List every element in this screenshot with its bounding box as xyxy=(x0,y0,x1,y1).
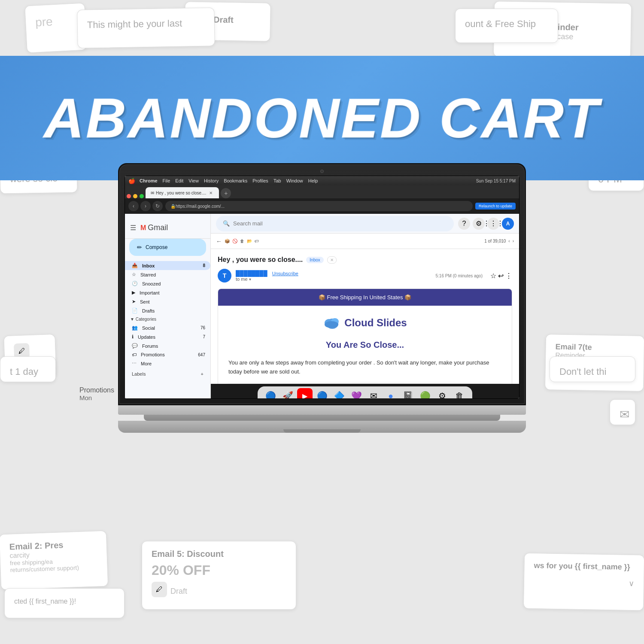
banner-title: ABANDONED CART xyxy=(44,86,600,150)
dock-trash[interactable]: 🗑 xyxy=(452,388,467,399)
apps-button[interactable]: ⋮⋮⋮ xyxy=(487,218,499,230)
dock-settings[interactable]: ⚙ xyxy=(434,388,450,399)
new-tab-button[interactable]: + xyxy=(221,188,231,198)
email-time: 5:16 PM (0 minutes ago) xyxy=(436,273,483,278)
starred-label: Starred xyxy=(140,272,156,277)
gmail-top-bar: 🔍 Search mail ? ⚙ ⋮⋮⋮ A xyxy=(211,214,519,234)
laptop-hinge xyxy=(144,415,500,421)
to-me: to me xyxy=(236,276,248,282)
tab-close-button[interactable]: ✕ xyxy=(208,190,214,196)
hamburger-menu[interactable]: ☰ xyxy=(130,224,136,232)
menu-bookmarks[interactable]: Bookmarks xyxy=(224,178,247,183)
nav-sent[interactable]: ➤ Sent xyxy=(125,297,210,306)
chrome-browser: ✉ Hey , you were so close.... ✕ + ‹ › ↻ xyxy=(125,185,519,399)
promotions-nav-label: Promotions xyxy=(141,352,165,357)
forward-button[interactable]: › xyxy=(140,201,151,211)
menu-file[interactable]: File xyxy=(163,178,170,183)
drafts-label: Drafts xyxy=(142,308,155,313)
menu-window[interactable]: Window xyxy=(286,178,303,183)
dock-skype[interactable]: 🔷 xyxy=(331,388,347,399)
back-button[interactable]: ‹ xyxy=(128,201,139,211)
email-headline: You Are So Close... xyxy=(218,340,512,355)
menu-history[interactable]: History xyxy=(204,178,219,183)
traffic-red[interactable] xyxy=(127,194,131,198)
dock-notion[interactable]: 📓 xyxy=(400,388,416,399)
menu-chrome[interactable]: Chrome xyxy=(140,178,158,183)
dock-chrome[interactable]: ● xyxy=(383,388,398,399)
prev-email[interactable]: ‹ xyxy=(508,239,510,243)
gmail-search[interactable]: 🔍 Search mail xyxy=(216,216,454,231)
chrome-tab-label: Hey , you were so close.... xyxy=(156,191,206,195)
bg-card-email5: Email 5: Discount 20% OFF 🖊 Draft xyxy=(142,541,296,610)
dock-zoom[interactable]: 🔵 xyxy=(314,388,330,399)
bg-card-newsforyou: ws for you {{ first_name }} ∨ xyxy=(523,553,644,611)
dock-youtube[interactable]: ▶ xyxy=(297,388,313,399)
unsubscribe-link[interactable]: Unsubscribe xyxy=(272,271,298,276)
nav-social[interactable]: 👥 Social 76 xyxy=(125,323,210,332)
dock-mail[interactable]: ✉ xyxy=(366,388,381,399)
label-button[interactable]: 🏷 xyxy=(255,239,259,243)
email-view: Hey , you were so close.... Inbox ✕ T xyxy=(211,249,519,384)
menu-profiles[interactable]: Profiles xyxy=(252,178,268,183)
menu-help[interactable]: Help xyxy=(308,178,318,183)
move-button[interactable]: 📂 xyxy=(247,239,252,243)
expand-arrow[interactable]: ▾ xyxy=(249,277,251,282)
promotions-area: Promotions Mon xyxy=(79,386,114,401)
compose-button[interactable]: ✏ Compose xyxy=(129,239,206,256)
search-icon: 🔍 xyxy=(223,220,230,227)
nav-snoozed[interactable]: 🕐 Snoozed xyxy=(125,279,210,288)
gmail-content: 🔍 Search mail ? ⚙ ⋮⋮⋮ A xyxy=(211,214,519,399)
laptop-base xyxy=(118,421,526,433)
help-button[interactable]: ? xyxy=(458,218,470,230)
menu-edit[interactable]: Edit xyxy=(175,178,183,183)
spam-button[interactable]: 🚫 xyxy=(232,239,237,243)
menu-tab[interactable]: Tab xyxy=(273,178,281,183)
inbox-label: Inbox xyxy=(142,263,155,268)
updates-count: 7 xyxy=(203,334,205,339)
delete-button[interactable]: 🗑 xyxy=(240,239,244,243)
nav-inbox[interactable]: 📥 Inbox 8 xyxy=(125,261,210,270)
blurred-product-image xyxy=(227,383,503,384)
email-subject: Hey , you were so close.... xyxy=(218,256,303,264)
categories-section[interactable]: ▼ Categories xyxy=(125,315,210,323)
labels-add-icon[interactable]: + xyxy=(201,371,204,377)
nav-updates[interactable]: ℹ Updates 7 xyxy=(125,332,210,341)
nav-promotions[interactable]: 🏷 Promotions 647 xyxy=(125,350,210,359)
back-arrow[interactable]: ← xyxy=(216,238,222,245)
blue-banner: ABANDONED CART xyxy=(0,56,644,180)
next-email[interactable]: › xyxy=(513,239,514,243)
nav-forums[interactable]: 💬 Forums xyxy=(125,341,210,350)
nav-drafts[interactable]: 📄 Drafts xyxy=(125,306,210,315)
inbox-icon: 📥 xyxy=(132,263,138,268)
refresh-button[interactable]: ↻ xyxy=(152,201,163,211)
star-email-button[interactable]: ☆ xyxy=(490,272,496,280)
dock-finder[interactable]: 🔵 xyxy=(263,388,278,399)
nav-important[interactable]: ▶ Important xyxy=(125,288,210,297)
dock-discord[interactable]: 💜 xyxy=(349,388,364,399)
dock-screenrecord[interactable]: 🟢 xyxy=(417,388,433,399)
traffic-green[interactable] xyxy=(140,194,144,198)
traffic-yellow[interactable] xyxy=(133,194,137,198)
url-input[interactable]: 🔒 https://mail.google.com/... xyxy=(165,201,473,211)
gmail-logo: M Gmail xyxy=(140,223,168,232)
nav-more[interactable]: ⋯ More xyxy=(125,359,210,368)
inbox-count: 8 xyxy=(203,263,205,268)
archive-button[interactable]: 📦 xyxy=(225,239,230,243)
snoozed-icon: 🕐 xyxy=(132,281,138,286)
reply-button[interactable]: ↩ xyxy=(498,272,504,280)
labels-label: Labels xyxy=(132,371,146,377)
dock-launchpad[interactable]: 🚀 xyxy=(280,388,295,399)
sent-label: Sent xyxy=(140,299,150,304)
promotions-count: 647 xyxy=(198,352,205,357)
categories-expand-icon: ▼ xyxy=(130,317,134,322)
nav-starred[interactable]: ☆ Starred xyxy=(125,270,210,279)
account-avatar[interactable]: A xyxy=(502,218,514,230)
chrome-address-bar: ‹ › ↻ 🔒 https://mail.google.com/... Rela… xyxy=(125,198,519,214)
sender-initial: T xyxy=(223,272,227,279)
social-icon: 👥 xyxy=(132,325,138,331)
more-options-button[interactable]: ⋮ xyxy=(505,272,512,280)
promotions-label: Promotions xyxy=(79,386,114,394)
relaunch-button[interactable]: Relaunch to update xyxy=(475,203,516,210)
menu-view[interactable]: View xyxy=(188,178,199,183)
chrome-tab[interactable]: ✉ Hey , you were so close.... ✕ xyxy=(146,187,219,198)
